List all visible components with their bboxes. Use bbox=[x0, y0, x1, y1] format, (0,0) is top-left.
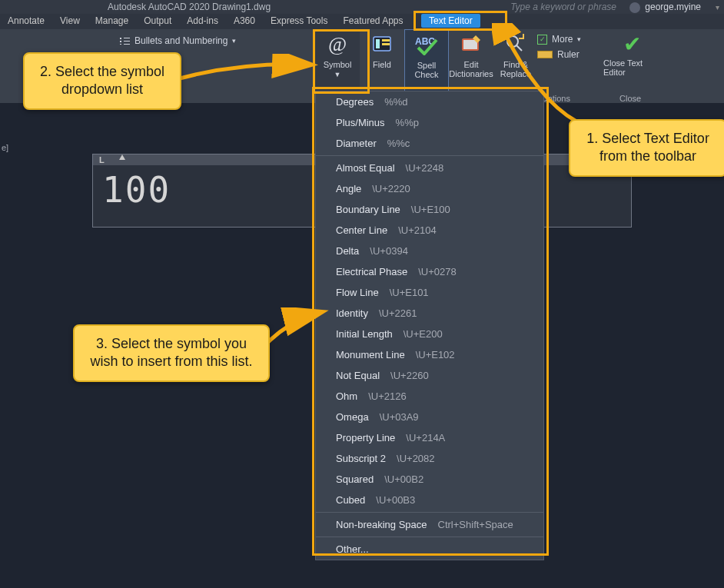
symbol-item-code: \U+E100 bbox=[411, 204, 450, 215]
symbol-item-label: Subscript 2 bbox=[336, 453, 386, 464]
symbol-menu-item[interactable]: Plus/Minus%%p bbox=[316, 112, 543, 133]
symbol-menu-item[interactable]: Monument Line\U+E102 bbox=[316, 344, 543, 365]
menu-bar: Annotate View Manage Output Add-ins A360… bbox=[0, 14, 724, 29]
chevron-down-icon: ▾ bbox=[577, 35, 581, 43]
edit-dictionaries-button[interactable]: Edit Dictionaries bbox=[449, 29, 493, 92]
spell-check-icon: ABC bbox=[415, 34, 438, 57]
symbol-menu-item[interactable]: Cubed\U+00B3 bbox=[316, 490, 543, 510]
at-icon: @ bbox=[328, 33, 347, 56]
symbol-item-code: \U+03A9 bbox=[380, 411, 419, 423]
ruler-label: Ruler bbox=[557, 49, 580, 60]
symbol-item-code: \U+2260 bbox=[390, 370, 429, 381]
svg-point-7 bbox=[507, 36, 518, 47]
symbol-item-label: Omega bbox=[336, 411, 369, 423]
symbol-menu-item[interactable]: Almost Equal\U+2248 bbox=[316, 158, 543, 178]
symbol-menu-item[interactable]: Degrees%%d bbox=[316, 91, 543, 112]
menu-featured[interactable]: Featured Apps bbox=[335, 14, 410, 28]
symbol-menu-item[interactable]: Delta\U+0394 bbox=[316, 241, 543, 261]
symbol-item-label: Property Line bbox=[336, 432, 395, 443]
symbol-item-label: Non-breaking Space bbox=[336, 519, 427, 530]
spell-check-label: Spell Check bbox=[405, 61, 448, 79]
symbol-item-code: \U+0394 bbox=[370, 245, 408, 257]
callout-2: 2. Select the symbol dropdown list bbox=[23, 52, 181, 110]
dictionary-icon bbox=[460, 34, 482, 55]
svg-rect-2 bbox=[382, 39, 390, 42]
symbol-item-code: %%c bbox=[387, 138, 410, 149]
symbol-item-code: \U+E102 bbox=[416, 349, 455, 360]
symbol-item-code: \U+00B2 bbox=[384, 473, 423, 485]
symbol-menu-item[interactable]: Identity\U+2261 bbox=[316, 303, 543, 324]
symbol-item-label: Plus/Minus bbox=[336, 117, 385, 128]
ruler-indent-marker[interactable] bbox=[119, 154, 125, 160]
menu-output[interactable]: Output bbox=[136, 14, 179, 28]
symbol-menu-item[interactable]: Center Line\U+2104 bbox=[316, 220, 543, 241]
spell-check-button[interactable]: ABC Spell Check bbox=[404, 29, 449, 92]
symbol-item-label: Ohm bbox=[336, 390, 357, 402]
symbol-menu-item[interactable]: Ohm\U+2126 bbox=[316, 386, 543, 407]
callout-3: 3. Select the symbol you wish to insert … bbox=[73, 324, 270, 382]
menu-express[interactable]: Express Tools bbox=[263, 14, 335, 28]
menu-annotate[interactable]: Annotate bbox=[0, 14, 52, 28]
symbol-menu-item[interactable]: Initial Length\U+E200 bbox=[316, 324, 543, 344]
checkmark-icon: ✔ bbox=[623, 34, 641, 55]
symbol-item-label: Squared bbox=[336, 473, 374, 485]
symbol-menu-item[interactable]: Boundary Line\U+E100 bbox=[316, 199, 543, 220]
tab-text-editor[interactable]: Text Editor bbox=[421, 14, 480, 28]
menu-a360[interactable]: A360 bbox=[226, 14, 263, 28]
close-panel: ✔ Close Text Editor bbox=[603, 29, 661, 103]
options-panel-label: Options bbox=[541, 94, 570, 103]
menu-addins[interactable]: Add-ins bbox=[179, 14, 226, 28]
bullets-dropdown[interactable]: Bullets and Numbering ▾ bbox=[119, 35, 311, 46]
menu-manage[interactable]: Manage bbox=[88, 14, 136, 28]
symbol-menu-item[interactable]: Squared\U+00B2 bbox=[316, 469, 543, 490]
bullets-label: Bullets and Numbering bbox=[135, 35, 227, 46]
symbol-menu-item[interactable]: Flow Line\U+E101 bbox=[316, 282, 543, 303]
ruler-toggle[interactable]: Ruler bbox=[537, 49, 594, 60]
symbol-button[interactable]: @ Symbol ▼ bbox=[315, 29, 360, 92]
symbol-item-label: Angle bbox=[336, 183, 361, 194]
symbol-menu-item[interactable]: Angle\U+2220 bbox=[316, 178, 543, 199]
symbol-menu-item[interactable]: Not Equal\U+2260 bbox=[316, 365, 543, 386]
symbol-item-code: \U+2126 bbox=[368, 390, 407, 402]
svg-rect-1 bbox=[376, 39, 380, 48]
close-text-editor-button[interactable]: Close Text Editor bbox=[603, 58, 661, 77]
symbol-menu-item[interactable]: Property Line\U+214A bbox=[316, 427, 543, 448]
symbol-item-code: \U+214A bbox=[406, 432, 445, 443]
symbol-item-label: Boundary Line bbox=[336, 204, 400, 215]
find-replace-button[interactable]: Find & Replace bbox=[493, 29, 538, 92]
symbol-item-label: Diameter bbox=[336, 138, 377, 149]
app-title: Autodesk AutoCAD 2020 Drawing1.dwg bbox=[108, 2, 271, 12]
symbol-button-label: Symbol bbox=[324, 60, 352, 69]
symbol-item-code: \U+2220 bbox=[372, 183, 410, 194]
field-button-label: Field bbox=[373, 60, 391, 69]
symbol-item-code: %%p bbox=[396, 117, 419, 128]
symbol-item-label: Monument Line bbox=[336, 349, 405, 360]
field-button[interactable]: Field bbox=[360, 29, 404, 92]
symbol-item-label: Initial Length bbox=[336, 328, 393, 340]
more-dropdown[interactable]: ✓ More ▾ bbox=[537, 34, 594, 45]
symbol-menu-item[interactable]: Subscript 2\U+2082 bbox=[316, 448, 543, 469]
menu-separator bbox=[316, 537, 543, 537]
symbol-menu-other[interactable]: Other... bbox=[316, 539, 543, 560]
symbol-menu-item[interactable]: Electrical Phase\U+0278 bbox=[316, 261, 543, 282]
search-hint[interactable]: Type a keyword or phrase bbox=[510, 2, 616, 12]
menu-view[interactable]: View bbox=[52, 14, 88, 28]
symbol-dropdown-menu: Degrees%%dPlus/Minus%%pDiameter%%cAlmost… bbox=[315, 91, 544, 560]
symbol-item-label: Not Equal bbox=[336, 370, 380, 381]
symbol-menu-item[interactable]: Diameter%%c bbox=[316, 133, 543, 154]
symbol-item-code: %%d bbox=[384, 96, 407, 108]
symbol-item-label: Delta bbox=[336, 245, 359, 257]
symbol-item-label: Flow Line bbox=[336, 287, 379, 298]
edit-dictionaries-label: Edit Dictionaries bbox=[449, 60, 493, 78]
chevron-down-icon[interactable]: ▾ bbox=[716, 3, 719, 12]
symbol-menu-item[interactable]: Omega\U+03A9 bbox=[316, 407, 543, 427]
symbol-item-code: \U+2261 bbox=[379, 307, 417, 319]
symbol-menu-item[interactable]: Non-breaking SpaceCtrl+Shift+Space bbox=[316, 514, 543, 535]
callout-1: 1. Select Text Editor from the toolbar bbox=[569, 119, 724, 177]
bullets-icon bbox=[119, 37, 130, 45]
symbol-item-label: Cubed bbox=[336, 494, 365, 506]
symbol-item-label: Electrical Phase bbox=[336, 266, 407, 277]
user-name[interactable]: george.myine bbox=[629, 2, 701, 13]
chevron-down-icon: ▾ bbox=[232, 37, 236, 45]
symbol-item-code: Ctrl+Shift+Space bbox=[438, 519, 513, 530]
